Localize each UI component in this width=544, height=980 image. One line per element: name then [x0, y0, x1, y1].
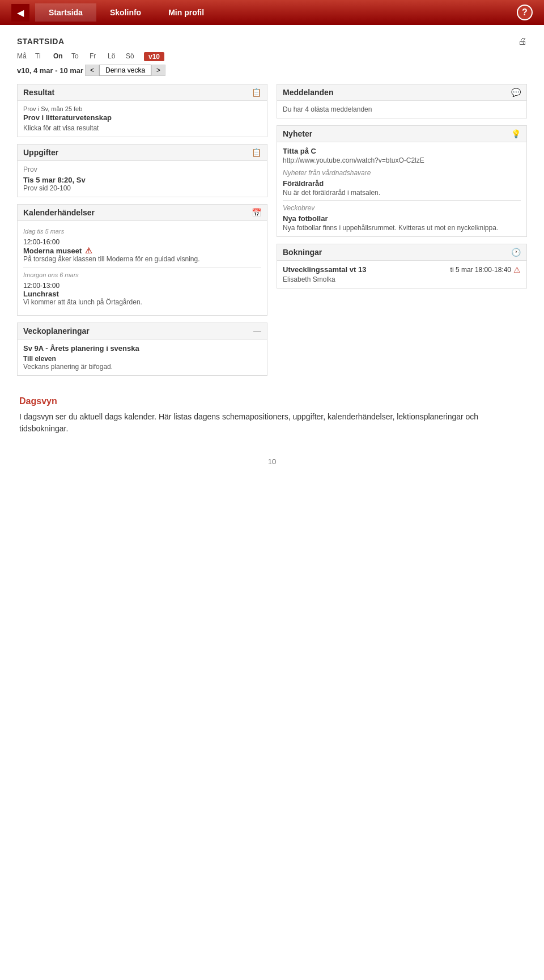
kalender-header: Kalenderhändelser 📅 — [18, 205, 267, 221]
booking-name: Utvecklingssamtal vt 13 — [283, 265, 366, 274]
main-wrapper: STARTSIDA 🖨 Må Ti On To Fr Lö Sö v10 v10… — [0, 25, 544, 489]
alert-icon: ⚠ — [85, 246, 92, 255]
nyheter-body: Titta på C http://www.youtube.com/watch?… — [277, 142, 526, 236]
kalen-event1: 12:00-16:00 Moderna museet ⚠ På torsdag … — [23, 238, 261, 263]
day-ma: Må — [17, 52, 28, 61]
week-days-row: Må Ti On To Fr Lö Sö v10 — [17, 52, 527, 61]
kalender-section: Kalenderhändelser 📅 Idag tis 5 mars 12:0… — [17, 204, 267, 316]
dagsvyn-title: Dagsvyn — [19, 396, 525, 406]
resultat-title: Resultat — [23, 88, 54, 97]
uppgifter-body: Prov Tis 5 mar 8:20, Sv Prov sid 20-100 — [18, 161, 267, 197]
kalen-event2: 12:00-13:00 Lunchrast Vi kommer att äta … — [23, 282, 261, 306]
veckoplaneringar-section: Veckoplaneringar — Sv 9A - Årets planeri… — [17, 323, 267, 376]
nyheter-title: Nyheter — [283, 129, 312, 138]
week-nav-row: v10, 4 mar - 10 mar < Denna vecka > — [17, 65, 527, 76]
day-on: On — [53, 52, 65, 61]
veckoplaneringar-header: Veckoplaneringar — — [18, 323, 267, 340]
nav-items: Startsida Skolinfo Min profil — [35, 3, 218, 22]
week-badge: v10 — [144, 52, 164, 61]
denna-vecka-button[interactable]: Denna vecka — [99, 65, 151, 76]
bokningar-header: Bokningar 🕐 — [277, 244, 526, 261]
nyheter-section: Nyheter 💡 Titta på C http://www.youtube.… — [277, 125, 527, 237]
page-header: STARTSIDA 🖨 — [17, 36, 527, 46]
page-number: 10 — [17, 457, 527, 477]
uppgifter-header: Uppgifter 📋 — [18, 145, 267, 161]
news-item2-title: Föräldraråd — [283, 179, 521, 188]
kalender-title: Kalenderhändelser — [23, 208, 95, 217]
result-event-title: Prov i litteraturvetenskap — [23, 113, 261, 122]
top-navigation: ◀ Startsida Skolinfo Min profil ? — [0, 0, 544, 25]
uppgifter-section: Uppgifter 📋 Prov Tis 5 mar 8:20, Sv Prov… — [17, 144, 267, 197]
day-lo: Lö — [108, 52, 119, 61]
back-button[interactable]: ◀ — [11, 4, 29, 22]
nyheter-header: Nyheter 💡 — [277, 126, 526, 142]
day-ti: Ti — [35, 52, 46, 61]
news-item3-title: Nya fotbollar — [283, 214, 521, 223]
news-item2-desc: Nu är det föräldraråd i matsalen. — [283, 189, 521, 197]
bokningar-title: Bokningar — [283, 248, 322, 257]
day-so: Sö — [126, 52, 137, 61]
resultat-header: Resultat 📋 — [18, 84, 267, 101]
msg-count: Du har 4 olästa meddelanden — [283, 105, 521, 113]
nav-item-startsida[interactable]: Startsida — [35, 3, 96, 22]
next-week-button[interactable]: > — [151, 65, 165, 76]
veckobrev-label: Veckobrev — [283, 204, 521, 212]
task-type: Prov — [23, 166, 261, 173]
uppgifter-icon: 📋 — [252, 148, 261, 157]
kalen-event1-time: 12:00-16:00 — [23, 238, 261, 246]
meddelanden-title: Meddelanden — [283, 88, 333, 97]
booking-time: ti 5 mar 18:00-18:40 ⚠ — [450, 265, 521, 274]
nyheter-icon: 💡 — [511, 129, 521, 138]
meddelanden-section: Meddelanden 💬 Du har 4 olästa meddelande… — [277, 84, 527, 118]
kalen-date1: Idag tis 5 mars — [23, 228, 261, 235]
bokningar-body: Utvecklingssamtal vt 13 ti 5 mar 18:00-1… — [277, 261, 526, 288]
result-link[interactable]: Klicka för att visa resultat — [23, 124, 261, 132]
booking-alert-icon: ⚠ — [513, 265, 521, 274]
day-fr: Fr — [90, 52, 101, 61]
meddelanden-body: Du har 4 olästa meddelanden — [277, 101, 526, 118]
kalen-event2-desc: Vi kommer att äta lunch på Örtagården. — [23, 298, 261, 306]
dagsvyn-section: Dagsvyn I dagsvyn ser du aktuell dags ka… — [17, 396, 527, 435]
kalen-event1-name: Moderna museet ⚠ — [23, 246, 261, 255]
meddelanden-icon: 💬 — [511, 88, 521, 97]
veckoplaneringar-icon: — — [253, 326, 261, 336]
result-date: Prov i Sv, mån 25 feb — [23, 105, 261, 112]
news-from-guardians-label: Nyheter från vårdnadshavare — [283, 169, 521, 177]
task-desc: Prov sid 20-100 — [23, 184, 261, 192]
resultat-body: Prov i Sv, mån 25 feb Prov i litteraturv… — [18, 101, 267, 137]
bokningar-section: Bokningar 🕐 Utvecklingssamtal vt 13 ti 5… — [277, 244, 527, 289]
kalender-icon: 📅 — [252, 208, 261, 217]
kalen-event2-name: Lunchrast — [23, 290, 261, 298]
dagsvyn-text: I dagsvyn ser du aktuell dags kalender. … — [19, 411, 525, 435]
booking-row: Utvecklingssamtal vt 13 ti 5 mar 18:00-1… — [283, 265, 521, 274]
kalen-event2-time: 12:00-13:00 — [23, 282, 261, 290]
news-item1-link[interactable]: http://www.youtube.com/watch?v=btuxO-C2l… — [283, 156, 521, 164]
kalen-event1-desc: På torsdag åker klassen till Moderna för… — [23, 255, 261, 263]
vp-label: Till eleven — [23, 355, 261, 363]
bokningar-icon: 🕐 — [511, 248, 521, 257]
print-icon[interactable]: 🖨 — [518, 36, 527, 46]
news-item3-desc: Nya fotbollar finns i uppehållsrummet. K… — [283, 224, 521, 232]
nav-item-minprofil[interactable]: Min profil — [155, 3, 218, 22]
week-range: v10, 4 mar - 10 mar — [17, 66, 85, 75]
vp-course: Sv 9A - Årets planering i svenska — [23, 344, 261, 353]
help-button[interactable]: ? — [517, 5, 533, 20]
booking-person: Elisabeth Smolka — [283, 275, 521, 283]
right-column: Meddelanden 💬 Du har 4 olästa meddelande… — [277, 84, 527, 383]
resultat-icon: 📋 — [252, 88, 261, 97]
meddelanden-header: Meddelanden 💬 — [277, 84, 526, 101]
kalender-body: Idag tis 5 mars 12:00-16:00 Moderna muse… — [18, 221, 267, 315]
nav-item-skolinfo[interactable]: Skolinfo — [96, 3, 155, 22]
veckoplaneringar-body: Sv 9A - Årets planering i svenska Till e… — [18, 340, 267, 375]
uppgifter-title: Uppgifter — [23, 148, 58, 157]
kalen-date2: Imorgon ons 6 mars — [23, 271, 261, 278]
veckoplaneringar-title: Veckoplaneringar — [23, 326, 90, 336]
resultat-section: Resultat 📋 Prov i Sv, mån 25 feb Prov i … — [17, 84, 267, 137]
page-title: STARTSIDA — [17, 37, 65, 46]
content-grid: Resultat 📋 Prov i Sv, mån 25 feb Prov i … — [17, 84, 527, 383]
task-date: Tis 5 mar 8:20, Sv — [23, 176, 261, 184]
day-to: To — [71, 52, 83, 61]
vp-desc: Veckans planering är bifogad. — [23, 363, 261, 371]
prev-week-button[interactable]: < — [85, 65, 99, 76]
news-item1-title: Titta på C — [283, 147, 521, 155]
